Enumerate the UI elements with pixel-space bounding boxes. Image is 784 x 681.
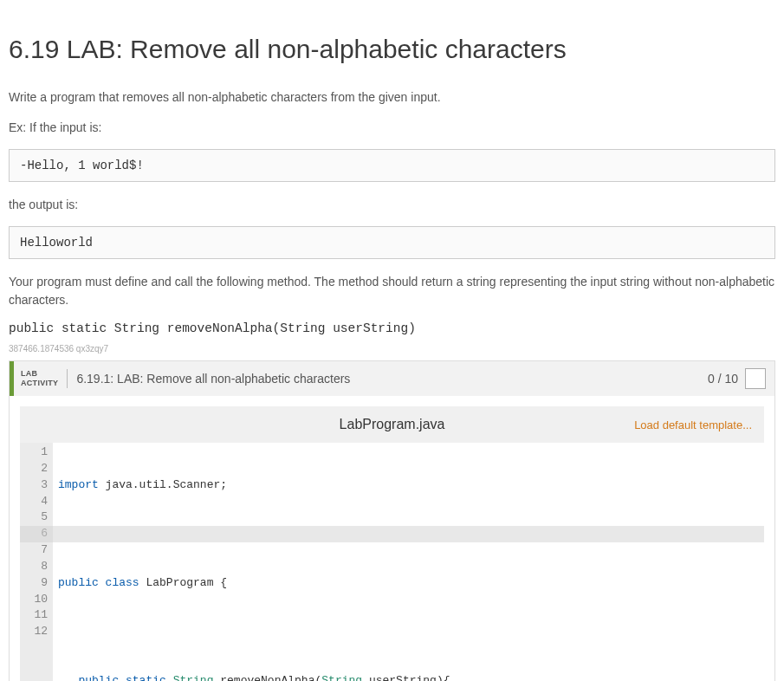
lab-activity-panel: LAB ACTIVITY 6.19.1: LAB: Remove all non… (9, 360, 775, 681)
line-gutter: 123456789101112 (20, 443, 53, 681)
lab-activity-badge: LAB ACTIVITY (21, 369, 68, 388)
instruction-p2: Ex: If the input is: (9, 119, 775, 137)
code-line: public class LabProgram { (58, 575, 759, 592)
score-box-icon (745, 368, 766, 389)
lab-header: LAB ACTIVITY 6.19.1: LAB: Remove all non… (10, 361, 774, 396)
score-text: 0 / 10 (708, 372, 738, 386)
method-signature: public static String removeNonAlpha(Stri… (9, 321, 775, 335)
code-line: import java.util.Scanner; (58, 477, 759, 494)
example-input-block: -Hello, 1 world$! (9, 149, 775, 182)
lab-subtitle: 6.19.1: LAB: Remove all non-alphabetic c… (68, 372, 350, 386)
instruction-p4: Your program must define and call the fo… (9, 273, 775, 309)
code-line (58, 526, 759, 542)
code-line (58, 624, 759, 640)
editor-panel: LabProgram.java Load default template...… (20, 406, 764, 681)
instruction-p1: Write a program that removes all non-alp… (9, 88, 775, 107)
file-header: LabProgram.java Load default template... (20, 406, 764, 443)
example-output-block: Helloworld (9, 226, 775, 259)
watermark: 387466.1874536 qx3zqy7 (9, 344, 775, 353)
code-line: public static String removeNonAlpha(Stri… (58, 673, 759, 681)
page-title: 6.19 LAB: Remove all non-alphabetic char… (9, 35, 775, 64)
load-template-link[interactable]: Load default template... (634, 418, 752, 431)
code-editor[interactable]: 123456789101112 import java.util.Scanner… (20, 443, 764, 681)
code-area[interactable]: import java.util.Scanner; public class L… (53, 443, 764, 681)
instruction-p3: the output is: (9, 196, 775, 214)
